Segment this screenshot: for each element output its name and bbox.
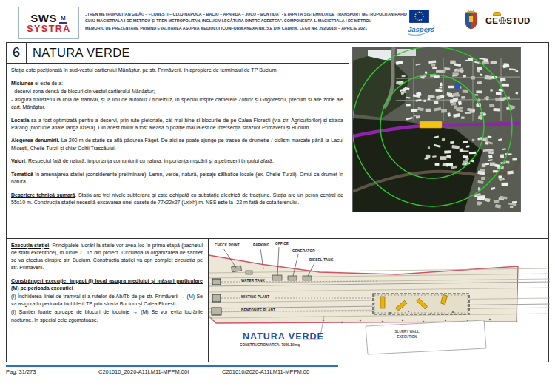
section-title-row: 6 NATURA VERDE <box>7 43 349 64</box>
sws-systra-logo: SWS M SYSTRA <box>18 7 79 39</box>
label-parking: PARKING <box>253 243 269 247</box>
satellite-map-image <box>353 47 520 212</box>
construction-site-diagram: CHECK POINT PARKING OFFICE GENERATOR DIE… <box>209 239 548 362</box>
document-page: SWS M SYSTRA „TREN METROPOLITAN GILĂU – … <box>0 0 555 392</box>
content-table: 6 NATURA VERDE Stația este poziționată î… <box>6 42 549 362</box>
label-check-point: CHECK POINT <box>215 243 240 247</box>
label-water-tank: WATER TANK <box>241 279 265 283</box>
geostud-text-ge: GE <box>485 16 498 25</box>
eu-flag-icon <box>409 10 429 23</box>
diagram-station-title: NATURA VERDE <box>243 331 324 342</box>
paragraph-theme: Tematică în amenajarea stației (consider… <box>11 171 343 186</box>
section-number: 6 <box>7 43 27 63</box>
jaspers-logo-text: Jaspers <box>408 25 434 33</box>
paragraph-impact-1: (I) Închiderea liniei de tramvai și a ru… <box>11 293 203 308</box>
label-slurry-wall: SLURRY WALL EXECUTION <box>377 329 437 340</box>
label-office: OFFICE <box>275 242 289 246</box>
jaspers-logo: Jaspers <box>406 23 440 38</box>
paragraph-position: Stația este poziționată în sud-vestul ca… <box>11 67 343 74</box>
label-diesel-tank: DIESEL TANK <box>309 258 333 262</box>
coat-of-arms-icon <box>464 10 478 30</box>
footer-document-code-2: C201010/2020-A11LM11-MPPM.00 <box>222 368 309 375</box>
paragraph-values: Valori: Respectul față de natură; import… <box>11 158 343 165</box>
footer-page-number: Pag. 31/273 <box>6 368 36 375</box>
header-title-line-2: CLUJ MAGISTRALA I DE METROU ȘI TREN METR… <box>85 18 394 24</box>
station-description-text: Stația este poziționată în sud-vestul ca… <box>7 64 349 207</box>
footer-document-code-1: C201010_2020-A11LM11-MPPM.00f <box>98 368 189 375</box>
execution-text: Execuția stației. Principalele lucrări l… <box>7 239 209 362</box>
paragraph-impact-2: (I) Șantier foarte aproape de blocuri de… <box>11 308 203 323</box>
geostud-text-stud: STUD <box>506 16 531 25</box>
header-title-line-1: „TREN METROPOLITAN GILĂU – FLOREȘTI – CL… <box>85 11 394 18</box>
metro-m-icon: M <box>59 16 67 24</box>
satellite-map <box>352 47 521 212</box>
label-generator: GENERATOR <box>292 249 315 253</box>
label-bentonite-plant: BENTONITE PLANT <box>241 308 275 312</box>
footer-divider-line <box>6 365 338 367</box>
header-title-line-3: MEMORIU DE PREZENTARE PRIVIND EVALUAREA … <box>85 25 394 32</box>
paragraph-mission-item-2: - asigura transferul la linia de tramvai… <box>11 96 343 111</box>
hard-hat-icon <box>493 12 501 16</box>
paragraph-name-choice: Alegerea denumirii. La 200 m de stație s… <box>11 137 343 152</box>
paragraph-constraints-heading: Constrângeri execuție; impact (I) local … <box>11 277 203 292</box>
sws-logo-text: SWS <box>30 13 57 24</box>
label-mixing-plant: MIXTING PLANT <box>241 295 269 299</box>
section-title: NATURA VERDE <box>27 43 130 63</box>
diagram-construction-area: CONSTRUCTION AREA: 7929.39mq <box>240 343 300 347</box>
paragraph-execution: Execuția stației. Principalele lucrări l… <box>11 242 203 272</box>
paragraph-location: Locația sa a fost optimizată pentru a de… <box>11 117 343 132</box>
paragraph-mission: Misiunea ei este de a: <box>11 80 343 87</box>
geostud-logo: GE STUD <box>485 16 531 25</box>
systra-logo-text: SYSTRA <box>27 24 71 34</box>
paragraph-technical-description: Descriere tehnică sumară. Stația are tre… <box>11 192 343 206</box>
document-header-title: „TREN METROPOLITAN GILĂU – FLOREȘTI – CL… <box>85 11 394 32</box>
map-cell <box>349 43 548 238</box>
globe-icon <box>499 17 506 24</box>
paragraph-mission-item-1: - deservi zona densă de blocuri din vest… <box>11 88 343 95</box>
